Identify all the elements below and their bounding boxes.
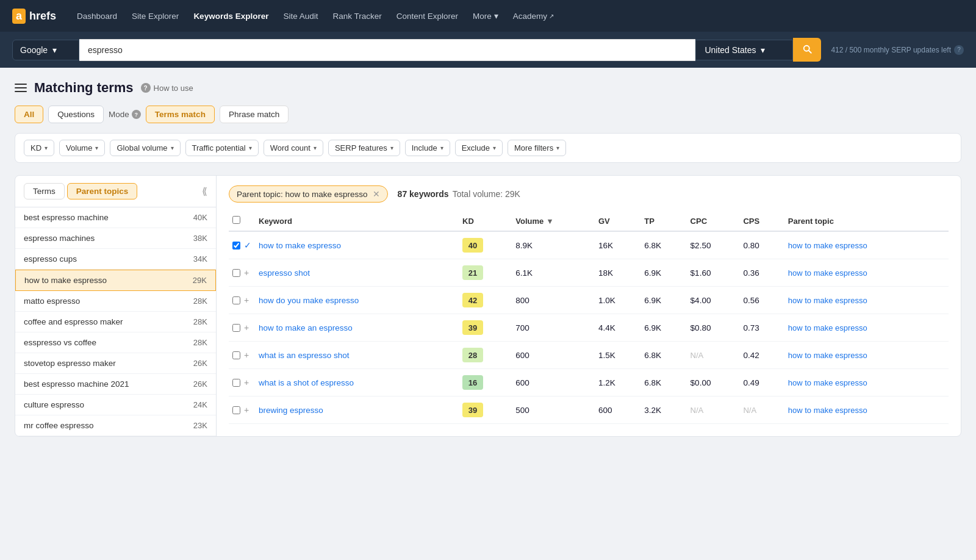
sidebar-item[interactable]: coffee and espresso maker28K <box>15 312 216 332</box>
col-kd: KD <box>459 211 512 231</box>
parent-topic-link[interactable]: how to make espresso <box>788 378 867 387</box>
info-icon[interactable]: ? <box>954 45 964 55</box>
tab-questions[interactable]: Questions <box>48 106 104 123</box>
top-navigation: a hrefs Dashboard Site Explorer Keywords… <box>0 0 976 32</box>
row-checkbox[interactable] <box>232 269 240 277</box>
sidebar: Terms Parent topics ⟪ best espresso mach… <box>15 176 217 436</box>
sidebar-item[interactable]: espresso machines38K <box>15 228 216 249</box>
cps-cell: N/A <box>739 397 784 424</box>
search-engine-select[interactable]: Google ▾ <box>12 40 79 60</box>
sidebar-item[interactable]: matto espresso28K <box>15 291 216 312</box>
parent-topic-link[interactable]: how to make espresso <box>788 406 867 415</box>
filter-more[interactable]: More filters▾ <box>508 140 566 156</box>
keyword-link[interactable]: how to make an espresso <box>259 323 353 332</box>
how-to-use-link[interactable]: ? How to use <box>141 83 193 93</box>
sidebar-item[interactable]: esspresso vs coffee28K <box>15 332 216 353</box>
tab-phrase-match[interactable]: Phrase match <box>220 106 289 123</box>
keyword-link[interactable]: what is an espresso shot <box>259 351 350 360</box>
row-checkbox[interactable] <box>232 296 240 304</box>
logo[interactable]: a hrefs <box>12 9 56 24</box>
sidebar-item[interactable]: mr coffee espresso23K <box>15 415 216 436</box>
select-all-checkbox[interactable] <box>232 216 240 224</box>
gv-cell: 18K <box>595 259 640 287</box>
keyword-link[interactable]: espresso shot <box>259 268 310 278</box>
keyword-link[interactable]: how to make espresso <box>259 241 341 250</box>
sidebar-item[interactable]: best espresso machine40K <box>15 207 216 228</box>
kd-badge: 39 <box>462 320 483 335</box>
row-checkbox[interactable] <box>232 242 240 249</box>
filter-traffic-potential[interactable]: Traffic potential▾ <box>185 140 259 156</box>
sidebar-tab-terms[interactable]: Terms <box>24 183 65 199</box>
col-volume[interactable]: Volume ▾ <box>512 211 595 231</box>
nav-academy[interactable]: Academy ↗ <box>513 12 554 21</box>
chevron-down-icon: ▾ <box>556 145 559 151</box>
keyword-link[interactable]: what is a shot of espresso <box>259 378 354 387</box>
search-input[interactable] <box>79 40 695 60</box>
col-keyword: Keyword <box>255 211 459 231</box>
keyword-link[interactable]: brewing espresso <box>259 406 323 415</box>
nav-content-explorer[interactable]: Content Explorer <box>396 12 458 21</box>
sidebar-item[interactable]: how to make espresso29K <box>15 270 216 291</box>
filter-include[interactable]: Include▾ <box>405 140 450 156</box>
row-checkbox[interactable] <box>232 324 240 332</box>
col-parent-topic: Parent topic <box>784 211 949 231</box>
parent-topic-link[interactable]: how to make espresso <box>788 296 867 305</box>
col-cpc: CPC <box>687 211 740 231</box>
table-row: + how do you make espresso 42 800 1.0K 6… <box>229 287 949 314</box>
country-select[interactable]: United States ▾ <box>695 40 793 60</box>
add-icon[interactable]: + <box>244 268 249 278</box>
mode-help-icon[interactable]: ? <box>132 110 141 119</box>
filter-volume[interactable]: Volume▾ <box>59 140 105 156</box>
nav-dashboard[interactable]: Dashboard <box>77 12 117 21</box>
hamburger-menu[interactable] <box>15 84 27 92</box>
filter-global-volume[interactable]: Global volume▾ <box>110 140 180 156</box>
sidebar-item[interactable]: best espresso machine 202126K <box>15 374 216 395</box>
parent-topic-link[interactable]: how to make espresso <box>788 351 867 360</box>
add-icon[interactable]: + <box>244 378 249 387</box>
row-checkbox[interactable] <box>232 379 240 387</box>
parent-topic-link[interactable]: how to make espresso <box>788 268 867 278</box>
filter-exclude[interactable]: Exclude▾ <box>455 140 503 156</box>
nav-keywords-explorer[interactable]: Keywords Explorer <box>193 12 268 21</box>
filters-row: KD▾ Volume▾ Global volume▾ Traffic poten… <box>15 133 961 163</box>
filter-word-count[interactable]: Word count▾ <box>264 140 323 156</box>
nav-rank-tracker[interactable]: Rank Tracker <box>332 12 381 21</box>
filter-kd[interactable]: KD▾ <box>24 140 54 156</box>
nav-site-explorer[interactable]: Site Explorer <box>132 12 179 21</box>
nav-site-audit[interactable]: Site Audit <box>283 12 318 21</box>
topic-close-button[interactable]: ✕ <box>373 189 380 199</box>
sidebar-tab-parent-topics[interactable]: Parent topics <box>67 183 138 199</box>
content-area: Parent topic: how to make espresso ✕ 87 … <box>217 176 961 436</box>
add-icon[interactable]: + <box>244 295 249 305</box>
tp-cell: 6.9K <box>640 314 686 342</box>
sidebar-item[interactable]: stovetop espresso maker26K <box>15 353 216 374</box>
parent-topic-link[interactable]: how to make espresso <box>788 241 867 250</box>
volume-cell: 500 <box>512 397 595 424</box>
add-icon[interactable]: + <box>244 405 249 415</box>
cpc-cell: $0.80 <box>687 314 740 342</box>
nav-more[interactable]: More ▾ <box>473 11 498 21</box>
gv-cell: 1.0K <box>595 287 640 314</box>
mode-tabs-row: All Questions Mode ? Terms match Phrase … <box>15 106 961 123</box>
collapse-sidebar-button[interactable]: ⟪ <box>202 185 207 197</box>
sidebar-item[interactable]: espresso cups34K <box>15 249 216 270</box>
volume-cell: 600 <box>512 342 595 369</box>
sidebar-item[interactable]: culture espresso24K <box>15 395 216 415</box>
add-icon[interactable]: + <box>244 350 249 360</box>
external-link-icon: ↗ <box>549 13 554 20</box>
keyword-link[interactable]: how do you make espresso <box>259 296 359 305</box>
cps-cell: 0.36 <box>739 259 784 287</box>
tab-terms-match[interactable]: Terms match <box>146 106 215 123</box>
tab-all[interactable]: All <box>15 106 43 123</box>
cps-cell: 0.42 <box>739 342 784 369</box>
kd-badge: 42 <box>462 293 483 307</box>
cpc-cell: N/A <box>687 342 740 369</box>
row-checkbox[interactable] <box>232 406 240 414</box>
parent-topic-link[interactable]: how to make espresso <box>788 323 867 332</box>
mode-label: Mode ? <box>109 110 141 119</box>
row-checkbox[interactable] <box>232 351 240 359</box>
kd-badge: 39 <box>462 403 483 417</box>
filter-serp-features[interactable]: SERP features▾ <box>328 140 400 156</box>
add-icon[interactable]: + <box>244 323 249 332</box>
search-button[interactable] <box>793 38 821 62</box>
